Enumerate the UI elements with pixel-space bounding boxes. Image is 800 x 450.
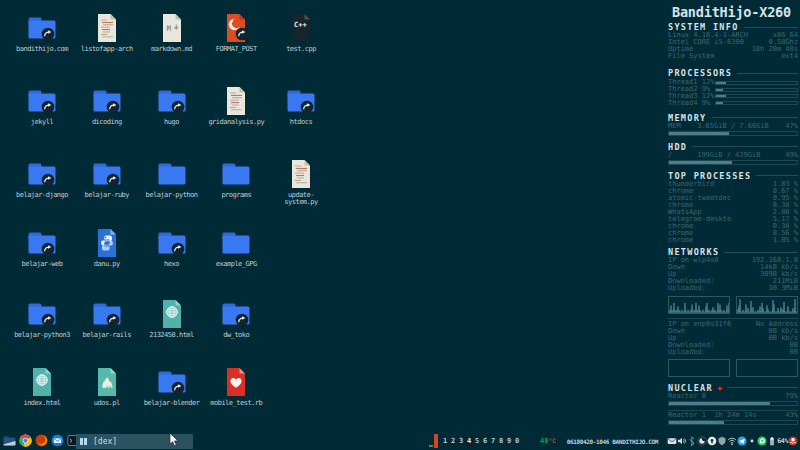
perl-file-icon [91, 366, 123, 398]
desktop-item-belajar-blender[interactable]: belajar-blender [140, 366, 204, 407]
desktop-item-label: hugo [140, 119, 204, 126]
desktop-item-label: example_GPG [204, 261, 268, 268]
workspace-6[interactable]: 6 [481, 435, 489, 447]
desktop-item-dicoding[interactable]: dicoding [75, 85, 139, 126]
envelope-icon[interactable] [667, 436, 677, 446]
desktop-item-htdocs[interactable]: htdocs [269, 85, 333, 126]
desktop-item-programs[interactable]: programs [204, 158, 268, 199]
updates-icon[interactable] [788, 436, 798, 446]
wifi-icon[interactable] [727, 436, 737, 446]
mouse-cursor [169, 433, 180, 447]
markdown-file-icon: M [156, 12, 188, 44]
desktop-item-hexo[interactable]: hexo [140, 227, 204, 268]
desktop-item-label: programs [204, 192, 268, 199]
folder-shortcut-icon [156, 227, 188, 259]
desktop-item-danu-py[interactable]: danu.py [75, 227, 139, 268]
folder-shortcut-icon [91, 298, 123, 330]
text-file-icon [91, 12, 123, 44]
desktop-item-belajar-ruby[interactable]: belajar-ruby [75, 158, 139, 199]
desktop-item-test-cpp[interactable]: C++test.cpp [269, 12, 333, 53]
folder-shortcut-icon [156, 85, 188, 117]
workspace-9[interactable]: 9 [505, 435, 513, 447]
workspace-5[interactable]: 5 [473, 435, 481, 447]
firefox-icon[interactable] [35, 434, 48, 447]
wlan-up-graph [736, 296, 798, 314]
desktop-item-label: htdocs [269, 119, 333, 126]
workspace-2[interactable]: 2 [449, 435, 457, 447]
app-light-circle-icon[interactable] [707, 436, 717, 446]
row-label: chrome [668, 237, 693, 244]
volume-icon[interactable] [677, 436, 687, 446]
whatsapp-icon[interactable] [757, 436, 767, 446]
files-icon[interactable] [3, 434, 16, 447]
desktop-item-label: belajar-python [140, 192, 204, 199]
desktop-item-label: belajar-blender [140, 400, 204, 407]
desktop-item-label: belajar-web [10, 261, 74, 268]
desktop-item-label: udos.pl [75, 400, 139, 407]
desktop-item-2132458-html[interactable]: 2132458.html [140, 298, 204, 339]
desktop-item-jekyll[interactable]: jekyll [10, 85, 74, 126]
workspace-4[interactable]: 4 [465, 435, 473, 447]
desktop-item-belajar-python3[interactable]: belajar-python3 [10, 298, 74, 339]
desktop-item-belajar-python[interactable]: belajar-python [140, 158, 204, 199]
shield-icon[interactable] [717, 436, 727, 446]
svg-text:C++: C++ [294, 21, 307, 29]
thread-bar [715, 101, 798, 105]
task-label: [dex] [93, 437, 117, 446]
desktop-item-mobile-test-rb[interactable]: mobile_test.rb [204, 366, 268, 407]
desktop-item-belajar-rails[interactable]: belajar-rails [75, 298, 139, 339]
desktop-item-markdown-md[interactable]: Mmarkdown.md [140, 12, 204, 53]
desktop-item-label: dw_toko [204, 332, 268, 339]
desktop-item-format-post[interactable]: FORMAT_POST [204, 12, 268, 53]
chrome-icon[interactable] [19, 434, 32, 447]
workspace-0[interactable]: 0 [513, 435, 521, 447]
desktop-item-label: 2132458.html [140, 332, 204, 339]
bluetooth-icon[interactable] [687, 436, 697, 446]
workspace-8[interactable]: 8 [497, 435, 505, 447]
desktop-item-update-system-py[interactable]: update- system.py [269, 158, 333, 206]
desktop-item-belajar-web[interactable]: belajar-web [10, 227, 74, 268]
folder-shortcut-icon [220, 298, 252, 330]
workspace-7[interactable]: 7 [489, 435, 497, 447]
desktop-item-hugo[interactable]: hugo [140, 85, 204, 126]
desktop-item-gridanalysis-py[interactable]: gridanalysis.py [204, 85, 268, 126]
desktop-item-example-gpg[interactable]: example_GPG [204, 227, 268, 268]
info-row: File Systemext4 [668, 53, 798, 60]
folder-shortcut-icon [91, 158, 123, 190]
info-row: Uploaded:0B [668, 349, 798, 356]
system-monitor-panel: BanditHijo-X260 SYSTEM INFO Linux 4.16.4… [668, 4, 798, 425]
folder-shortcut-icon [26, 158, 58, 190]
row-label: File System [668, 53, 714, 60]
folder-icon [156, 158, 188, 190]
row-value: 0B [790, 349, 798, 356]
desktop-item-udos-pl[interactable]: udos.pl [75, 366, 139, 407]
status-dot-icon[interactable] [747, 436, 757, 446]
desktop-item-bandithijo-com[interactable]: bandithijo.com [10, 12, 74, 53]
workspace-switcher: 1234567890 [441, 435, 521, 447]
thread-label: Thread4 9% [668, 100, 715, 107]
battery-icon[interactable] [767, 436, 777, 446]
reactor0-bar [668, 401, 798, 406]
telegram-icon[interactable] [737, 436, 747, 446]
svg-text:M: M [166, 24, 171, 33]
desktop-item-label: dicoding [75, 119, 139, 126]
desktop-item-label: hexo [140, 261, 204, 268]
cpp-file-icon: C++ [285, 12, 317, 44]
desktop-item-dw-toko[interactable]: dw_toko [204, 298, 268, 339]
app-dark-circle-icon[interactable] [697, 436, 707, 446]
reactor1-bar [668, 420, 798, 425]
hdd-bar [668, 160, 798, 165]
eth-down-graph [668, 359, 730, 377]
dock [3, 434, 80, 447]
wlan-down-graph [668, 296, 730, 314]
row-label: Uploaded: [668, 349, 706, 356]
desktop-item-belajar-django[interactable]: belajar-django [10, 158, 74, 199]
desktop-item-listofapp-arch[interactable]: listofapp-arch [75, 12, 139, 53]
desktop-item-label: danu.py [75, 261, 139, 268]
memory-bar [668, 131, 798, 136]
mail-icon[interactable] [51, 434, 64, 447]
desktop-item-index-html[interactable]: index.html [10, 366, 74, 407]
workspace-3[interactable]: 3 [457, 435, 465, 447]
desktop-item-label: belajar-python3 [10, 332, 74, 339]
workspace-1[interactable]: 1 [441, 435, 449, 447]
